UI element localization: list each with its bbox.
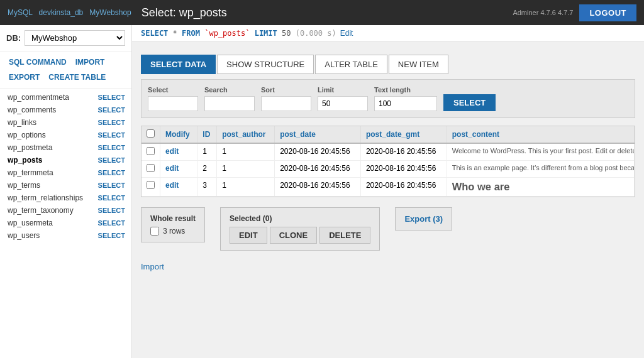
table-name-wp-links[interactable]: wp_links [8, 118, 36, 127]
th-post-author[interactable]: post_author [217, 126, 275, 143]
table-name-wp-term-relationships[interactable]: wp_term_relationships [8, 193, 83, 202]
table-select-wp-commentmeta[interactable]: SELECT [98, 94, 125, 101]
db-select[interactable]: MyWebshop [25, 30, 125, 46]
import-button[interactable]: IMPORT [73, 57, 108, 68]
row-edit-link[interactable]: edit [165, 181, 179, 190]
whole-result-title: Whole result [150, 214, 196, 223]
edit-button[interactable]: EDIT [230, 227, 267, 244]
filter-select-button[interactable]: SELECT [443, 94, 496, 111]
table-select-wp-usermeta[interactable]: SELECT [98, 219, 125, 227]
row-modify: edit [160, 178, 197, 197]
table-name-wp-term-taxonomy[interactable]: wp_term_taxonomy [8, 206, 74, 215]
query-text: SELECT * FROM `wp_posts` LIMIT 50 (0.000… [141, 29, 336, 38]
filter-select-input[interactable] [148, 96, 198, 111]
row-post-date: 2020-08-16 20:45:56 [275, 161, 361, 178]
table-select-wp-users[interactable]: SELECT [98, 232, 125, 239]
tab-new-item[interactable]: NEW ITEM [389, 55, 448, 74]
table-name-wp-users[interactable]: wp_users [8, 231, 40, 240]
row-edit-link[interactable]: edit [165, 147, 179, 156]
filter-search-col: Search [204, 86, 255, 111]
table-row: wp_term_relationships SELECT [0, 192, 131, 204]
table-name-wp-usermeta[interactable]: wp_usermeta [8, 219, 53, 227]
table-name-wp-postmeta[interactable]: wp_postmeta [8, 143, 52, 152]
nav-devkinsta[interactable]: devkinsta_db [39, 8, 84, 17]
export-button[interactable]: EXPORT [6, 72, 42, 83]
top-bar: MySQL devkinsta_db MyWebshop Select: wp_… [0, 0, 644, 25]
table-select-wp-terms[interactable]: SELECT [98, 182, 125, 189]
table-select-wp-options[interactable]: SELECT [98, 131, 125, 139]
row-checkbox[interactable] [147, 147, 155, 155]
row-id: 3 [197, 178, 217, 197]
table-name-wp-commentmeta[interactable]: wp_commentmeta [8, 93, 69, 102]
row-post-date-gmt: 2020-08-16 20:45:56 [360, 178, 447, 197]
whole-result-box: Whole result 3 rows [141, 207, 205, 242]
table-select-wp-posts[interactable]: SELECT [98, 156, 125, 164]
delete-button[interactable]: DELETE [319, 227, 370, 244]
table-name-wp-comments[interactable]: wp_comments [8, 106, 56, 114]
query-limit: 50 [282, 29, 296, 38]
table-list: wp_commentmeta SELECT wp_comments SELECT… [0, 89, 131, 244]
export-link[interactable]: Export (3) [404, 214, 443, 224]
row-checkbox-cell [142, 143, 160, 161]
filter-textlength-label: Text length [374, 86, 437, 94]
nav-mysql[interactable]: MySQL [8, 8, 33, 17]
query-timing: (0.000 s) [296, 29, 336, 38]
filter-textlength-input[interactable] [374, 96, 437, 111]
table-select-wp-term-taxonomy[interactable]: SELECT [98, 207, 125, 214]
main-layout: DB: MyWebshop SQL COMMAND IMPORT EXPORT … [0, 25, 644, 358]
tab-alter-table[interactable]: ALTER TABLE [315, 55, 387, 74]
query-star: * [173, 29, 182, 38]
table-header-row: Modify ID post_author post_date post_dat… [142, 126, 635, 143]
table-select-wp-term-relationships[interactable]: SELECT [98, 194, 125, 202]
filter-row: Select Search Sort Limit Text length [141, 79, 635, 118]
query-table: `wp_posts` [204, 29, 254, 38]
row-edit-link[interactable]: edit [165, 164, 179, 173]
data-table-wrap: Modify ID post_author post_date post_dat… [141, 126, 635, 197]
tab-select-data[interactable]: SELECT DATA [141, 55, 216, 74]
clone-button[interactable]: CLONE [270, 227, 318, 244]
table-select-wp-postmeta[interactable]: SELECT [98, 144, 125, 151]
nav-mywebshop[interactable]: MyWebshop [89, 8, 131, 17]
nav-links: MySQL devkinsta_db MyWebshop [8, 8, 131, 17]
db-label: DB: [6, 33, 21, 43]
select-all-checkbox[interactable] [147, 129, 155, 138]
row-modify: edit [160, 161, 197, 178]
th-post-date[interactable]: post_date [275, 126, 361, 143]
query-edit-link[interactable]: Edit [340, 29, 353, 38]
filter-select-col: Select [148, 86, 198, 111]
th-post-content[interactable]: post_content [447, 126, 634, 143]
table-name-wp-posts[interactable]: wp_posts [8, 156, 42, 165]
row-post-date: 2020-08-16 20:45:56 [275, 143, 361, 161]
row-checkbox[interactable] [147, 164, 155, 172]
row-checkbox-cell [142, 178, 160, 197]
create-table-button[interactable]: CREATE TABLE [46, 72, 108, 83]
table-name-wp-terms[interactable]: wp_terms [8, 181, 40, 190]
row-checkbox[interactable] [147, 181, 155, 189]
table-row: wp_termmeta SELECT [0, 166, 131, 179]
table-name-wp-options[interactable]: wp_options [8, 131, 46, 139]
table-select-wp-comments[interactable]: SELECT [98, 106, 125, 114]
filter-sort-input[interactable] [261, 96, 311, 111]
content-inner: SELECT DATA SHOW STRUCTURE ALTER TABLE N… [132, 42, 644, 278]
row-checkbox-cell [142, 161, 160, 178]
th-id[interactable]: ID [197, 126, 217, 143]
table-select-wp-links[interactable]: SELECT [98, 119, 125, 126]
sql-command-button[interactable]: SQL COMMAND [6, 57, 69, 68]
import-link[interactable]: Import [141, 262, 164, 271]
table-row: edit 3 1 2020-08-16 20:45:56 2020-08-16 … [142, 178, 635, 197]
th-post-date-gmt[interactable]: post_date_gmt [360, 126, 447, 143]
table-select-wp-termmeta[interactable]: SELECT [98, 169, 125, 176]
table-name-wp-termmeta[interactable]: wp_termmeta [8, 168, 53, 177]
tab-show-structure[interactable]: SHOW STRUCTURE [217, 55, 314, 74]
logout-button[interactable]: LOGOUT [579, 4, 636, 21]
table-row: edit 1 1 2020-08-16 20:45:56 2020-08-16 … [142, 143, 635, 161]
row-post-date-gmt: 2020-08-16 20:45:56 [360, 143, 447, 161]
filter-limit-input[interactable] [318, 96, 368, 111]
db-selector: DB: MyWebshop [0, 25, 131, 52]
filter-sort-col: Sort [261, 86, 311, 111]
content-area: SELECT * FROM `wp_posts` LIMIT 50 (0.000… [132, 25, 644, 358]
row-id: 1 [197, 143, 217, 161]
version-text: Adminer 4.7.6 4.7.7 [513, 9, 573, 16]
whole-result-checkbox[interactable] [150, 227, 159, 236]
filter-search-input[interactable] [204, 96, 255, 111]
